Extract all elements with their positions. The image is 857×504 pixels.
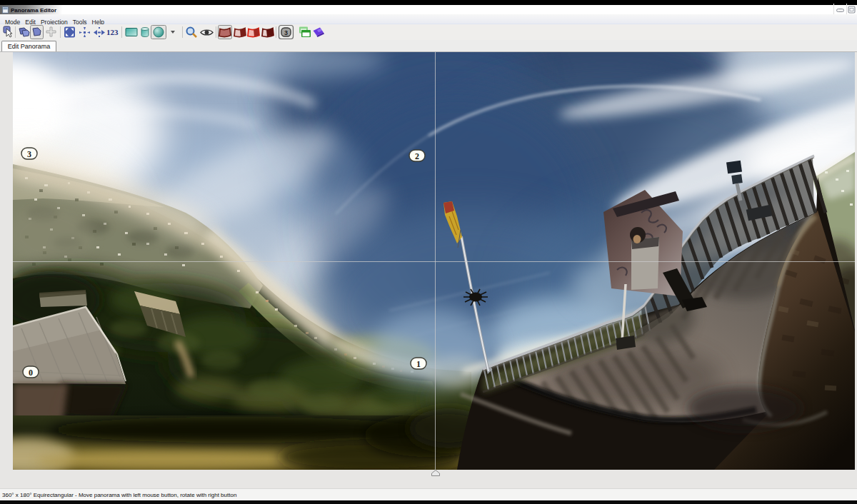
svg-text:3: 3 (284, 29, 288, 36)
svg-text:2: 2 (415, 151, 419, 161)
svg-text:123: 123 (106, 28, 119, 36)
svg-text:0: 0 (29, 368, 33, 378)
svg-text:3: 3 (27, 149, 31, 159)
svg-text:1: 1 (416, 359, 421, 369)
